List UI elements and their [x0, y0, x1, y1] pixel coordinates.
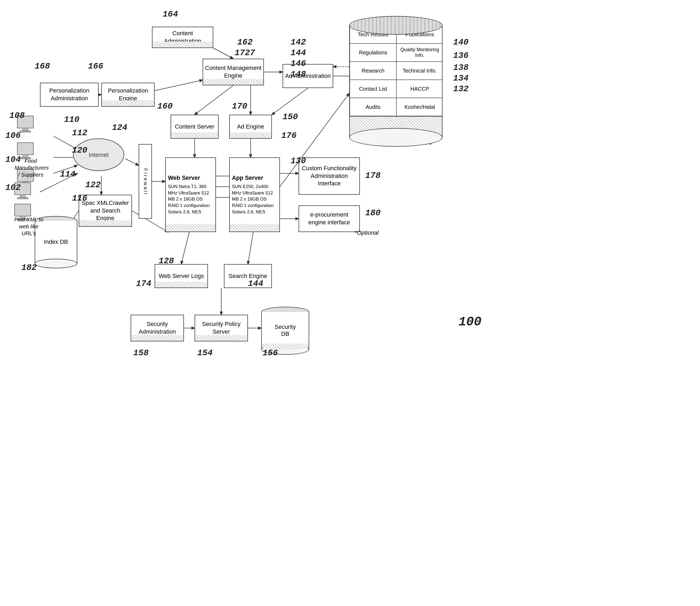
security-admin-label: Security Administration	[133, 320, 182, 335]
label-148: 148	[291, 69, 306, 79]
label-146: 146	[291, 59, 306, 69]
web-server-box: Web Server SUN Netra T1, 360 MHz UltraSp…	[165, 157, 216, 232]
web-server-logs-box: Web Server Logs	[154, 264, 208, 288]
svg-rect-34	[23, 128, 28, 131]
db-cell-regulations: Regulations	[350, 44, 396, 62]
label-154: 154	[197, 348, 213, 358]
content-mgmt-box: Content Management Engine	[202, 59, 264, 85]
app-server-box: App Server SUN E250, 2x400 MHz UltraSpar…	[229, 157, 280, 232]
label-122: 122	[85, 180, 101, 190]
security-admin-box: Security Administration	[130, 315, 184, 342]
label-178: 178	[365, 171, 381, 181]
label-130: 130	[291, 156, 306, 166]
label-116: 116	[72, 193, 88, 203]
post-xml-label: Post XML to web like URL's	[13, 216, 45, 237]
label-106: 106	[5, 131, 21, 141]
label-158: 158	[133, 348, 149, 358]
label-104: 104	[5, 155, 21, 165]
label-128: 128	[159, 256, 174, 266]
svg-line-6	[272, 88, 308, 115]
label-170: 170	[232, 101, 247, 111]
eprocurement-box: e-procurement engine interface	[298, 205, 360, 232]
label-132: 132	[453, 84, 468, 94]
svg-line-21	[248, 232, 253, 264]
label-144b: 144	[248, 279, 263, 288]
security-policy-label: Security Policy Server	[197, 320, 246, 335]
firewall-box: F i r e w a l l	[139, 144, 152, 219]
svg-rect-39	[23, 155, 28, 157]
content-admin-box: Content Administration	[152, 27, 213, 48]
label-150: 150	[283, 112, 298, 122]
svg-line-5	[154, 80, 202, 91]
label-124: 124	[112, 123, 127, 133]
label-134: 134	[453, 73, 468, 83]
label-160: 160	[157, 101, 173, 111]
svg-rect-41	[18, 143, 32, 154]
svg-line-1	[195, 85, 233, 115]
svg-rect-53	[16, 205, 30, 215]
label-164: 164	[163, 9, 178, 19]
app-server-title: App Server	[232, 174, 263, 182]
db-cell-research: Research	[350, 62, 396, 80]
personalization-admin-box: Personalization Administration	[40, 83, 99, 107]
db-cell-kosher-halal: Kosher/Halal	[396, 98, 442, 116]
label-140: 140	[453, 37, 468, 47]
label-120: 120	[72, 145, 88, 155]
ad-engine-box: Ad Engine	[229, 115, 272, 139]
label-102: 102	[5, 183, 21, 192]
db-cell-audits: Audits	[350, 98, 396, 116]
web-server-specs: SUN Netra T1, 360 MHz UltraSpare 512 MB …	[168, 184, 213, 215]
db-cell-haccp: HACCP	[396, 80, 442, 98]
label-112: 112	[72, 128, 88, 138]
label-144a: 144	[291, 48, 306, 58]
svg-line-0	[213, 48, 233, 59]
optional-label: *Optional	[355, 229, 379, 236]
firewall-label: F i r e w a l l	[142, 168, 148, 194]
label-114: 114	[60, 169, 75, 179]
label-180: 180	[365, 208, 381, 218]
diagram: Content Administration Content Managemen…	[0, 0, 700, 606]
custom-func-label: Custom Functionality Administration Inte…	[301, 165, 358, 187]
svg-line-16	[125, 159, 139, 165]
label-110: 110	[64, 115, 79, 124]
personalization-engine-box: Personalization Engine	[101, 83, 154, 107]
custom-func-box: Custom Functionality Administration Inte…	[298, 157, 360, 195]
label-156: 156	[263, 348, 278, 358]
svg-line-20	[181, 232, 189, 264]
web-server-title: Web Server	[168, 174, 200, 182]
svg-rect-35	[20, 131, 31, 132]
label-100: 100	[458, 315, 481, 329]
spac-crawler-label: Spac XMLCrawler and Search Engine	[81, 199, 130, 222]
label-136: 136	[453, 51, 468, 61]
label-1727: 1727	[235, 48, 255, 58]
ad-admin-box: Ad Administration	[283, 64, 333, 88]
db-cell-quality-monitoring: Quality Monitoring Info.	[396, 44, 442, 62]
db-cell-contact-list: Contact List	[350, 80, 396, 98]
content-server-label: Content Server	[175, 123, 214, 131]
personalization-admin-label: Personalization Administration	[42, 87, 96, 102]
label-182: 182	[21, 263, 37, 273]
ad-engine-label: Ad Engine	[237, 123, 264, 131]
svg-text:Internet: Internet	[89, 152, 109, 158]
label-162: 162	[237, 37, 253, 47]
label-174: 174	[136, 279, 151, 288]
app-server-specs: SUN E250, 2x400 MHz UltraSpare 512 MB 2 …	[232, 184, 277, 215]
label-168: 168	[35, 61, 50, 71]
content-server-box: Content Server	[171, 115, 219, 139]
svg-rect-48	[17, 197, 28, 199]
security-db-label: Security DB	[273, 324, 297, 337]
web-server-logs-label: Web Server Logs	[159, 272, 204, 280]
label-142: 142	[291, 37, 306, 47]
content-mgmt-label: Content Management Engine	[205, 64, 262, 79]
label-108: 108	[9, 111, 25, 121]
label-176: 176	[281, 131, 297, 141]
eprocurement-label: e-procurement engine interface	[301, 211, 358, 226]
label-166: 166	[88, 61, 103, 71]
security-policy-box: Security Policy Server	[195, 315, 248, 342]
db-cell-technical-info: Technical Info.	[396, 62, 442, 80]
svg-rect-47	[20, 195, 25, 197]
label-138: 138	[453, 63, 468, 73]
